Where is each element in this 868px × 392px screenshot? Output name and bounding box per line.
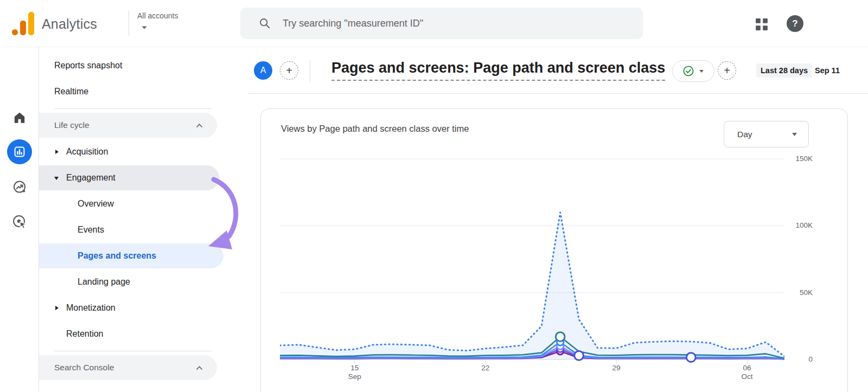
sidebar-item-reports-snapshot[interactable]: Reports snapshot: [39, 53, 247, 79]
sidebar-item-label: Overview: [78, 199, 114, 209]
x-tick-label: 06Oct: [731, 364, 763, 381]
add-report-button[interactable]: +: [718, 61, 736, 80]
logo-bar-tall: [28, 12, 34, 35]
granularity-value: Day: [737, 130, 752, 139]
series-total-dotted: [280, 213, 784, 357]
sidebar-item-label: Search Console: [54, 363, 114, 372]
report-status-pill[interactable]: [672, 60, 714, 82]
granularity-caret-icon: [792, 132, 797, 137]
advertising-icon[interactable]: [0, 209, 39, 235]
sidebar-divider: [54, 108, 212, 109]
status-caret-icon: [699, 69, 704, 73]
sidebar-item-label: Acquisition: [66, 147, 108, 157]
help-glyph: ?: [792, 18, 797, 29]
header-divider: [129, 11, 129, 36]
report-title[interactable]: Pages and screens: Page path and screen …: [331, 60, 665, 81]
sidebar-item-landing-page[interactable]: Landing page: [39, 269, 247, 295]
add-comparison-button[interactable]: +: [280, 61, 298, 80]
brand-name: Analytics: [42, 16, 97, 32]
y-tick-label: 0: [784, 355, 813, 363]
sidebar-item-label: Landing page: [78, 277, 130, 287]
sidebar-item-pages-and-screens[interactable]: Pages and screens: [39, 243, 224, 268]
anomaly-marker[interactable]: [686, 353, 695, 362]
x-tick-label: 22: [469, 364, 502, 372]
sidebar-divider: [54, 351, 212, 351]
help-icon[interactable]: ?: [787, 15, 803, 32]
sidebar-item-label: Life cycle: [54, 120, 90, 130]
date-range-selector[interactable]: Last 28 days: [756, 63, 812, 78]
chart-card: Views by Page path and screen class over…: [260, 108, 848, 392]
y-tick-label: 50K: [784, 288, 813, 297]
section-collapse-icon[interactable]: [196, 363, 203, 372]
granularity-select[interactable]: Day: [724, 121, 809, 147]
sidebar-item-label: Realtime: [54, 87, 88, 97]
sidebar-item-label: Events: [78, 225, 104, 235]
account-caret-icon[interactable]: [141, 25, 148, 30]
left-icon-rail: [0, 47, 39, 392]
check-circle-icon: [682, 65, 694, 77]
logo-dot: [12, 29, 18, 35]
sidebar-item-realtime[interactable]: Realtime: [39, 79, 247, 105]
chart-title: Views by Page path and screen class over…: [281, 124, 469, 134]
report-bar-divider: [310, 60, 310, 82]
search-icon: [259, 17, 271, 29]
collapse-caret-icon[interactable]: [47, 176, 66, 181]
y-tick-label: 100K: [784, 221, 813, 229]
content-divider: [244, 93, 868, 94]
search-input[interactable]: [283, 18, 619, 29]
sidebar-item-label: Reports snapshot: [54, 61, 122, 70]
x-tick-label: 29: [600, 364, 633, 372]
analytics-logo[interactable]: Analytics: [12, 9, 97, 35]
report-nav-sidebar: Reports snapshotRealtimeLife cycleAcquis…: [39, 47, 247, 392]
property-avatar[interactable]: A: [254, 61, 272, 80]
home-icon[interactable]: [0, 105, 39, 131]
anomaly-marker[interactable]: [575, 351, 584, 360]
sidebar-item-label: Engagement: [66, 173, 116, 183]
sidebar-item-label: Monetization: [66, 303, 116, 313]
sidebar-item-label: Pages and screens: [78, 251, 156, 261]
ga4-app: Analytics All accounts ? Reports snapsho…: [0, 0, 868, 392]
total-area-fill: [280, 213, 784, 359]
search-bar[interactable]: [240, 8, 643, 39]
sidebar-item-search-console[interactable]: Search Console: [39, 355, 217, 380]
sidebar-item-overview[interactable]: Overview: [39, 191, 247, 217]
expand-caret-icon[interactable]: [47, 305, 66, 311]
anomaly-marker[interactable]: [556, 332, 565, 342]
expand-caret-icon[interactable]: [47, 149, 66, 155]
views-over-time-chart: [280, 155, 784, 368]
sidebar-item-acquisition[interactable]: Acquisition: [39, 139, 247, 165]
logo-bar-mid: [20, 21, 26, 35]
reports-icon[interactable]: [7, 139, 32, 164]
app-header: Analytics All accounts ?: [0, 0, 868, 47]
sidebar-item-life-cycle[interactable]: Life cycle: [39, 113, 217, 138]
sidebar-item-events[interactable]: Events: [39, 217, 247, 243]
account-switcher[interactable]: All accounts: [137, 11, 178, 20]
x-tick-label: 15Sep: [339, 364, 371, 381]
sidebar-item-label: Retention: [66, 329, 104, 339]
section-collapse-icon[interactable]: [196, 120, 203, 130]
explore-icon[interactable]: [0, 174, 39, 200]
apps-grid-icon[interactable]: [755, 18, 768, 31]
sidebar-item-monetization[interactable]: Monetization: [39, 295, 247, 321]
date-range-start[interactable]: Sep 11: [815, 66, 840, 75]
y-tick-label: 150K: [784, 155, 813, 163]
sidebar-item-retention[interactable]: Retention: [39, 321, 247, 347]
sidebar-item-engagement[interactable]: Engagement: [39, 165, 219, 190]
